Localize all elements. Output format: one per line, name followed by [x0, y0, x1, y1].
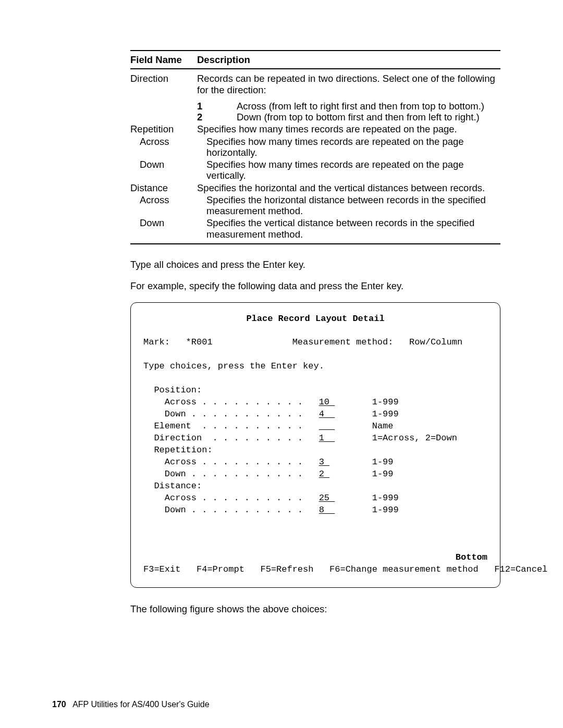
screen-repetition: Repetition:	[143, 445, 213, 455]
row-rep-down: Down Specifies how many times records ar…	[130, 158, 500, 182]
screen-pos-across: Across . . . . . . . . . .	[143, 397, 319, 407]
screen-dist-across-val: 25	[319, 493, 335, 503]
enum-text-1: Across (from left to right first and the…	[237, 101, 484, 112]
screen-bottom: Bottom	[143, 552, 487, 564]
enum-1: 1 Across (from left to right first and t…	[197, 101, 500, 112]
screen-dist-down: Down . . . . . . . . . . .	[143, 505, 319, 515]
desc-repetition: Specifies how many times records are rep…	[197, 124, 500, 134]
desc-dist-down: Specifies the vertical distance between …	[206, 217, 500, 240]
screen-fkeys: F3=Exit F4=Prompt F5=Refresh F6=Change m…	[143, 564, 547, 574]
desc-dist-across: Specifies the horizontal distance betwee…	[206, 194, 500, 217]
field-rep-across: Across	[130, 136, 206, 147]
screen-element-val	[319, 421, 335, 431]
screen-element: Element . . . . . . . . . .	[143, 421, 319, 431]
screen-pos-down-val: 4	[319, 409, 335, 419]
screen-direction: Direction . . . . . . . . .	[143, 433, 319, 443]
screen-distance: Distance:	[143, 481, 202, 491]
paragraph-2: For example, specify the following data …	[130, 280, 500, 291]
screen-rep-down: Down . . . . . . . . . . .	[143, 469, 319, 479]
field-distance: Distance	[130, 182, 197, 193]
table-header-row: Field Name Description	[130, 51, 500, 69]
paragraph-1: Type all choices and press the Enter key…	[130, 259, 500, 270]
row-repetition: Repetition Specifies how many times reco…	[130, 123, 500, 135]
field-table: Field Name Description Direction Records…	[130, 50, 500, 244]
screen-title: Place Record Layout Detail	[143, 313, 487, 325]
enum-text-2: Down (from top to bottom first and then …	[237, 112, 480, 122]
desc-distance: Specifies the horizontal and the vertica…	[197, 182, 500, 193]
header-description: Description	[197, 54, 500, 65]
screen-pos-down: Down . . . . . . . . . . .	[143, 409, 319, 419]
screen-pos-down-range: 1-999	[335, 409, 398, 419]
book-title: AFP Utilities for AS/400 User's Guide	[72, 700, 209, 709]
row-distance: Distance Specifies the horizontal and th…	[130, 182, 500, 194]
screen-rep-across-val: 3	[319, 457, 329, 467]
screen-rep-across-range: 1-99	[329, 457, 393, 467]
field-direction: Direction	[130, 73, 197, 84]
screen-dist-down-val: 8	[319, 505, 335, 515]
screen-rep-across: Across . . . . . . . . . .	[143, 457, 319, 467]
page-number: 170	[52, 700, 66, 709]
field-rep-down: Down	[130, 159, 206, 170]
screen-instruct: Type choices, press the Enter key.	[143, 361, 324, 371]
desc-rep-across: Specifies how many times records are rep…	[206, 136, 500, 158]
screen-dist-across-range: 1-999	[335, 493, 398, 503]
screen-dist-across: Across . . . . . . . . . .	[143, 493, 319, 503]
desc-rep-down: Specifies how many times records are rep…	[206, 159, 500, 181]
enum-2: 2 Down (from top to bottom first and the…	[197, 112, 500, 122]
page-footer: 170 AFP Utilities for AS/400 User's Guid…	[52, 700, 210, 709]
screen-rep-down-range: 1-99	[329, 469, 393, 479]
screen-direction-val: 1	[319, 433, 335, 443]
screen-pos-across-val: 10	[319, 397, 335, 407]
field-repetition: Repetition	[130, 124, 197, 134]
screen-position-label: Position:	[143, 385, 202, 395]
row-dist-across: Across Specifies the horizontal distance…	[130, 194, 500, 217]
paragraph-3: The following figure shows the above cho…	[130, 603, 500, 614]
header-field-name: Field Name	[130, 54, 197, 65]
field-dist-down: Down	[130, 217, 206, 228]
screen-element-range: Name	[335, 421, 393, 431]
table-body: Direction Records can be repeated in two…	[130, 69, 500, 243]
enum-num-2: 2	[197, 112, 237, 122]
field-dist-across: Across	[130, 194, 206, 205]
row-dist-down: Down Specifies the vertical distance bet…	[130, 217, 500, 240]
enum-num-1: 1	[197, 101, 237, 112]
desc-direction: Records can be repeated in two direction…	[197, 73, 500, 95]
screen-rep-down-val: 2	[319, 469, 329, 479]
screen-dist-down-range: 1-999	[335, 505, 398, 515]
screen-mark-line: Mark: *R001 Measurement method: Row/Colu…	[143, 337, 462, 347]
screen-pos-across-range: 1-999	[335, 397, 398, 407]
terminal-screen: Place Record Layout Detail Mark: *R001 M…	[130, 302, 500, 588]
page: Field Name Description Direction Records…	[0, 0, 563, 728]
row-rep-across: Across Specifies how many times records …	[130, 135, 500, 159]
row-direction: Direction Records can be repeated in two…	[130, 72, 500, 123]
screen-direction-range: 1=Across, 2=Down	[335, 433, 457, 443]
